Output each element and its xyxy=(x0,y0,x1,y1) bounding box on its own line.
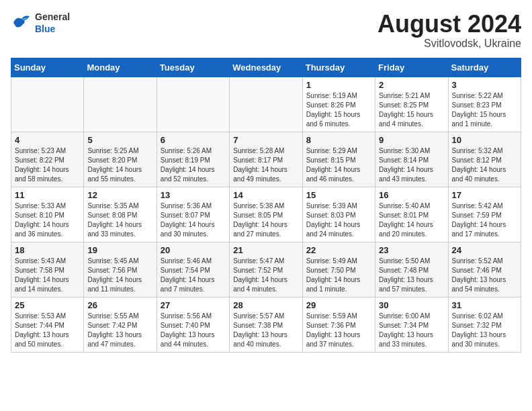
day-info: Sunrise: 5:35 AMSunset: 8:08 PMDaylight:… xyxy=(87,201,152,239)
day-number: 3 xyxy=(452,80,517,90)
day-number: 20 xyxy=(161,245,226,255)
calendar-cell: 29Sunrise: 5:59 AMSunset: 7:36 PMDayligh… xyxy=(302,297,375,352)
calendar-cell: 13Sunrise: 5:36 AMSunset: 8:07 PMDayligh… xyxy=(157,187,229,242)
weekday-header: Tuesday xyxy=(157,58,229,77)
day-info: Sunrise: 5:52 AMSunset: 7:46 PMDaylight:… xyxy=(452,257,517,294)
day-number: 11 xyxy=(15,190,80,200)
calendar-cell: 10Sunrise: 5:32 AMSunset: 8:12 PMDayligh… xyxy=(448,132,521,187)
day-info: Sunrise: 5:19 AMSunset: 8:26 PMDaylight:… xyxy=(306,91,371,129)
day-number: 29 xyxy=(306,300,371,310)
calendar-cell: 28Sunrise: 5:57 AMSunset: 7:38 PMDayligh… xyxy=(230,297,302,352)
calendar-cell: 24Sunrise: 5:52 AMSunset: 7:46 PMDayligh… xyxy=(448,242,521,297)
calendar-cell: 18Sunrise: 5:43 AMSunset: 7:58 PMDayligh… xyxy=(11,242,84,297)
weekday-header: Wednesday xyxy=(230,58,302,77)
day-info: Sunrise: 5:45 AMSunset: 7:56 PMDaylight:… xyxy=(87,257,152,294)
page-header: General Blue August 2024 Svitlovodsk, Uk… xyxy=(11,11,521,50)
day-info: Sunrise: 5:55 AMSunset: 7:42 PMDaylight:… xyxy=(87,312,152,349)
day-number: 4 xyxy=(15,135,80,145)
day-info: Sunrise: 5:47 AMSunset: 7:52 PMDaylight:… xyxy=(233,257,298,294)
calendar-cell: 15Sunrise: 5:39 AMSunset: 8:03 PMDayligh… xyxy=(302,187,375,242)
calendar-subtitle: Svitlovodsk, Ukraine xyxy=(378,38,521,50)
day-info: Sunrise: 5:30 AMSunset: 8:14 PMDaylight:… xyxy=(379,146,444,184)
calendar-cell: 26Sunrise: 5:55 AMSunset: 7:42 PMDayligh… xyxy=(84,297,157,352)
day-info: Sunrise: 5:25 AMSunset: 8:20 PMDaylight:… xyxy=(87,146,152,184)
day-info: Sunrise: 5:33 AMSunset: 8:10 PMDaylight:… xyxy=(15,201,80,239)
day-number: 30 xyxy=(379,300,444,310)
calendar-cell: 6Sunrise: 5:26 AMSunset: 8:19 PMDaylight… xyxy=(157,132,229,187)
day-number: 12 xyxy=(87,190,152,200)
day-info: Sunrise: 5:57 AMSunset: 7:38 PMDaylight:… xyxy=(233,312,298,349)
calendar-cell: 25Sunrise: 5:53 AMSunset: 7:44 PMDayligh… xyxy=(11,297,84,352)
calendar-week-row: 25Sunrise: 5:53 AMSunset: 7:44 PMDayligh… xyxy=(11,297,521,352)
day-number: 24 xyxy=(452,245,517,255)
weekday-header: Thursday xyxy=(302,58,375,77)
day-number: 18 xyxy=(15,245,80,255)
day-number: 6 xyxy=(161,135,226,145)
day-info: Sunrise: 5:46 AMSunset: 7:54 PMDaylight:… xyxy=(161,257,226,294)
calendar-cell: 31Sunrise: 6:02 AMSunset: 7:32 PMDayligh… xyxy=(448,297,521,352)
calendar-cell: 22Sunrise: 5:49 AMSunset: 7:50 PMDayligh… xyxy=(302,242,375,297)
day-info: Sunrise: 5:21 AMSunset: 8:25 PMDaylight:… xyxy=(379,91,444,129)
calendar-week-row: 11Sunrise: 5:33 AMSunset: 8:10 PMDayligh… xyxy=(11,187,521,242)
day-number: 2 xyxy=(379,80,444,90)
day-info: Sunrise: 5:36 AMSunset: 8:07 PMDaylight:… xyxy=(161,201,226,239)
day-info: Sunrise: 5:22 AMSunset: 8:23 PMDaylight:… xyxy=(452,91,517,129)
calendar-cell: 20Sunrise: 5:46 AMSunset: 7:54 PMDayligh… xyxy=(157,242,229,297)
day-number: 21 xyxy=(233,245,298,255)
calendar-week-row: 4Sunrise: 5:23 AMSunset: 8:22 PMDaylight… xyxy=(11,132,521,187)
day-info: Sunrise: 5:56 AMSunset: 7:40 PMDaylight:… xyxy=(161,312,226,349)
day-info: Sunrise: 5:59 AMSunset: 7:36 PMDaylight:… xyxy=(306,312,371,349)
day-number: 17 xyxy=(452,190,517,200)
day-info: Sunrise: 5:43 AMSunset: 7:58 PMDaylight:… xyxy=(15,257,80,294)
calendar-cell: 2Sunrise: 5:21 AMSunset: 8:25 PMDaylight… xyxy=(375,77,448,132)
calendar-cell: 17Sunrise: 5:42 AMSunset: 7:59 PMDayligh… xyxy=(448,187,521,242)
weekday-header: Sunday xyxy=(11,58,84,77)
day-info: Sunrise: 5:23 AMSunset: 8:22 PMDaylight:… xyxy=(15,146,80,184)
calendar-title: August 2024 xyxy=(378,11,521,38)
day-number: 7 xyxy=(233,135,298,145)
calendar-cell: 3Sunrise: 5:22 AMSunset: 8:23 PMDaylight… xyxy=(448,77,521,132)
calendar-cell: 1Sunrise: 5:19 AMSunset: 8:26 PMDaylight… xyxy=(302,77,375,132)
day-number: 27 xyxy=(161,300,226,310)
day-number: 28 xyxy=(233,300,298,310)
day-number: 23 xyxy=(379,245,444,255)
calendar-cell xyxy=(84,77,157,132)
day-info: Sunrise: 5:49 AMSunset: 7:50 PMDaylight:… xyxy=(306,257,371,294)
calendar-cell: 7Sunrise: 5:28 AMSunset: 8:17 PMDaylight… xyxy=(230,132,302,187)
day-number: 16 xyxy=(379,190,444,200)
logo-blue: Blue xyxy=(35,24,55,34)
day-number: 5 xyxy=(87,135,152,145)
calendar-week-row: 1Sunrise: 5:19 AMSunset: 8:26 PMDaylight… xyxy=(11,77,521,132)
day-info: Sunrise: 5:29 AMSunset: 8:15 PMDaylight:… xyxy=(306,146,371,184)
day-info: Sunrise: 5:53 AMSunset: 7:44 PMDaylight:… xyxy=(15,312,80,349)
calendar-cell: 30Sunrise: 6:00 AMSunset: 7:34 PMDayligh… xyxy=(375,297,448,352)
logo-general: General xyxy=(35,11,70,22)
calendar-cell: 8Sunrise: 5:29 AMSunset: 8:15 PMDaylight… xyxy=(302,132,375,187)
calendar-cell: 5Sunrise: 5:25 AMSunset: 8:20 PMDaylight… xyxy=(84,132,157,187)
weekday-header-row: SundayMondayTuesdayWednesdayThursdayFrid… xyxy=(11,58,521,77)
calendar-cell: 23Sunrise: 5:50 AMSunset: 7:48 PMDayligh… xyxy=(375,242,448,297)
day-info: Sunrise: 5:38 AMSunset: 8:05 PMDaylight:… xyxy=(233,201,298,239)
day-number: 9 xyxy=(379,135,444,145)
day-number: 22 xyxy=(306,245,371,255)
day-number: 31 xyxy=(452,300,517,310)
weekday-header: Saturday xyxy=(448,58,521,77)
day-number: 8 xyxy=(306,135,371,145)
day-info: Sunrise: 6:02 AMSunset: 7:32 PMDaylight:… xyxy=(452,312,517,349)
day-info: Sunrise: 5:39 AMSunset: 8:03 PMDaylight:… xyxy=(306,201,371,239)
calendar-cell: 21Sunrise: 5:47 AMSunset: 7:52 PMDayligh… xyxy=(230,242,302,297)
day-info: Sunrise: 5:28 AMSunset: 8:17 PMDaylight:… xyxy=(233,146,298,184)
day-info: Sunrise: 5:40 AMSunset: 8:01 PMDaylight:… xyxy=(379,201,444,239)
calendar-cell: 27Sunrise: 5:56 AMSunset: 7:40 PMDayligh… xyxy=(157,297,229,352)
calendar-cell xyxy=(230,77,302,132)
calendar-cell: 14Sunrise: 5:38 AMSunset: 8:05 PMDayligh… xyxy=(230,187,302,242)
day-number: 25 xyxy=(15,300,80,310)
day-number: 13 xyxy=(161,190,226,200)
calendar-cell xyxy=(157,77,229,132)
calendar-cell: 16Sunrise: 5:40 AMSunset: 8:01 PMDayligh… xyxy=(375,187,448,242)
day-info: Sunrise: 6:00 AMSunset: 7:34 PMDaylight:… xyxy=(379,312,444,349)
weekday-header: Friday xyxy=(375,58,448,77)
calendar-cell: 19Sunrise: 5:45 AMSunset: 7:56 PMDayligh… xyxy=(84,242,157,297)
day-info: Sunrise: 5:42 AMSunset: 7:59 PMDaylight:… xyxy=(452,201,517,239)
calendar-table: SundayMondayTuesdayWednesdayThursdayFrid… xyxy=(11,58,521,353)
